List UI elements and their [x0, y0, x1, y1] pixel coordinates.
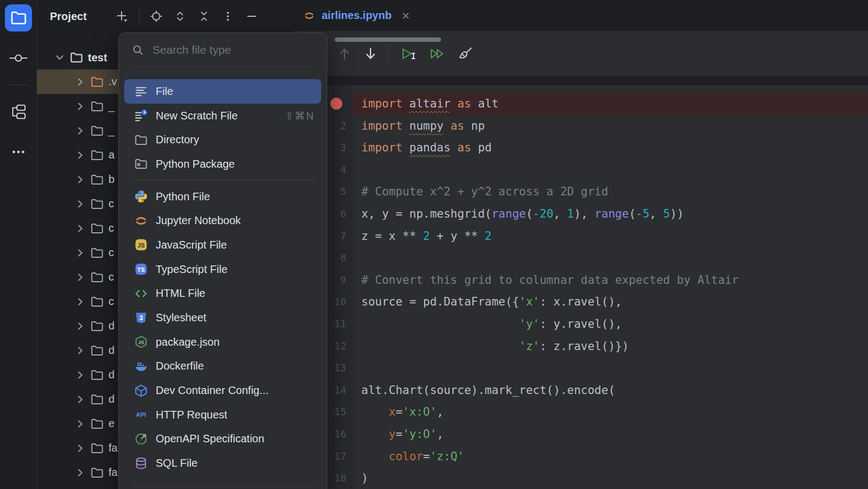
chevron-down-icon[interactable] [54, 52, 65, 63]
folder-icon [90, 368, 104, 382]
chevron-right-icon[interactable] [75, 296, 86, 307]
menu-item-javascript-file[interactable]: JSJavaScript File [124, 233, 321, 257]
menu-item-dev-container-config[interactable]: Dev Container Config... [124, 378, 321, 403]
tab-airlines-ipynb[interactable]: airlines.ipynb [296, 0, 418, 31]
line-number: 10 [326, 291, 346, 313]
code-line: y='y:O', [361, 423, 738, 446]
folder-icon [90, 466, 104, 480]
line-number: 7 [326, 225, 346, 247]
menu-item-label: TypeScript File [156, 263, 315, 276]
menu-item-new-scratch-file[interactable]: New Scratch File⇧⌘N [124, 104, 321, 128]
breakpoint-icon[interactable] [330, 98, 342, 110]
chevron-right-icon[interactable] [75, 418, 86, 429]
menu-item-label: HTML File [156, 287, 315, 300]
menu-item-stylesheet[interactable]: 3Stylesheet [124, 306, 321, 330]
structure-button[interactable] [5, 98, 32, 125]
chevron-right-icon[interactable] [75, 150, 86, 161]
project-folder-button[interactable] [5, 4, 32, 31]
line-number: 15 [326, 401, 346, 423]
menu-item-file[interactable]: File [124, 79, 321, 104]
chevron-right-icon[interactable] [75, 321, 86, 332]
tree-item-label: d [108, 320, 114, 332]
tree-item-label: d [108, 393, 114, 405]
chevron-right-icon[interactable] [75, 247, 86, 258]
menu-item-label: HTTP Request [156, 409, 315, 421]
chevron-right-icon[interactable] [75, 101, 86, 112]
chevron-right-icon[interactable] [75, 223, 86, 234]
hide-panel-button[interactable] [245, 9, 259, 23]
chevron-right-icon[interactable] [75, 77, 86, 87]
sql-icon [134, 456, 148, 471]
clear-outputs-button[interactable] [457, 46, 474, 62]
folder-icon [90, 344, 104, 358]
chevron-right-icon[interactable] [75, 345, 86, 356]
close-icon[interactable] [401, 11, 410, 20]
menu-item-sql-file[interactable]: SQL File [124, 451, 321, 475]
tree-item-label: c [108, 198, 114, 210]
code-line [361, 247, 738, 269]
chevron-right-icon[interactable] [75, 394, 86, 405]
chevron-right-icon[interactable] [75, 199, 86, 209]
menu-item-http-request[interactable]: APIHTTP Request [124, 403, 321, 427]
chevron-right-icon[interactable] [75, 125, 86, 136]
code-line: color='z:Q' [361, 446, 738, 468]
folder-icon [90, 173, 104, 187]
more-horizontal-button[interactable] [5, 138, 32, 166]
folder-icon [90, 221, 104, 236]
add-file-button[interactable] [115, 9, 129, 23]
code-line: import altair as alt [361, 93, 738, 115]
locate-button[interactable] [149, 9, 163, 23]
search-input[interactable] [151, 43, 314, 57]
chevron-right-icon[interactable] [75, 467, 86, 478]
commit-icon [9, 49, 28, 67]
arrow-down-button[interactable] [362, 46, 379, 62]
menu-item-jupyter-notebook[interactable]: Jupyter Notebook [124, 208, 321, 233]
collapse-all-icon [197, 9, 211, 23]
chevron-right-icon[interactable] [75, 272, 86, 283]
structure-icon [9, 103, 28, 121]
openapi-icon [134, 432, 148, 446]
menu-item-label: Python File [156, 190, 315, 203]
menu-item-dockerfile[interactable]: Dockerfile [124, 354, 321, 379]
line-number: 9 [326, 269, 346, 291]
divider [131, 486, 315, 487]
menu-item-package-json[interactable]: JSpackage.json [124, 330, 321, 354]
line-number: 12 [326, 335, 346, 358]
menu-item-html-file[interactable]: HTML File [124, 282, 321, 306]
expand-all-button[interactable] [173, 9, 187, 23]
chevron-right-icon[interactable] [75, 370, 86, 380]
run-cell-button[interactable] [399, 46, 418, 62]
arrow-up-button[interactable] [336, 46, 353, 62]
chevron-right-icon[interactable] [75, 174, 86, 185]
menu-item-label: SQL File [156, 457, 315, 469]
new-file-menu: FileNew Scratch File⇧⌘NDirectoryPython P… [119, 67, 327, 489]
menu-item-label: New Scratch File [156, 110, 285, 122]
jupyter-icon [303, 10, 315, 22]
tab-label: airlines.ipynb [322, 9, 392, 22]
horizontal-scrollbar-thumb[interactable] [335, 37, 441, 42]
arrow-down-icon [362, 46, 379, 62]
folder-icon [90, 148, 104, 162]
menu-item-label: Jupyter Notebook [156, 214, 315, 227]
code-lines[interactable]: import altair as altimport numpy as npim… [361, 93, 738, 489]
menu-item-python-package[interactable]: Python Package [124, 152, 321, 176]
menu-item-shortcut: ⇧⌘N [285, 110, 315, 122]
line-number: 11 [326, 313, 346, 335]
directory-icon [134, 133, 148, 147]
more-vertical-button[interactable] [221, 9, 235, 23]
menu-item-python-file[interactable]: Python File [124, 185, 321, 209]
line-number: 8 [326, 247, 346, 269]
more-horizontal-icon [9, 143, 28, 161]
collapse-all-button[interactable] [197, 9, 211, 23]
line-number: 3 [326, 137, 346, 159]
tree-item-label: _ [108, 124, 114, 137]
menu-item-typescript-file[interactable]: TSTypeScript File [124, 257, 321, 282]
menu-item-openapi-specification[interactable]: OpenAPI Specification [124, 427, 321, 452]
run-all-button[interactable] [428, 46, 448, 62]
menu-item-directory[interactable]: Directory [124, 128, 321, 152]
folder-icon [90, 270, 104, 284]
python-package-icon [134, 157, 148, 171]
chevron-right-icon[interactable] [75, 443, 86, 454]
commit-button[interactable] [5, 45, 32, 72]
line-number: 4 [326, 159, 346, 181]
